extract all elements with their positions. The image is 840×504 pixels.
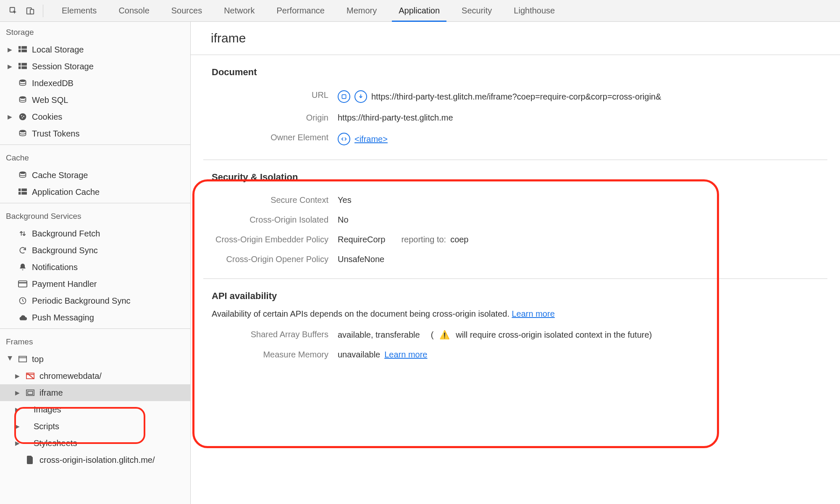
row-origin: Origin https://third-party-test.glitch.m… [203, 108, 827, 128]
chevron-right-icon: ▶ [15, 373, 21, 379]
svg-rect-10 [21, 66, 27, 69]
svg-point-12 [20, 96, 26, 99]
tab-elements[interactable]: Elements [51, 0, 108, 22]
cookie-icon [17, 113, 29, 121]
frame-details-panel: iframe Document URL https://third-party-… [191, 22, 840, 504]
svg-rect-4 [21, 46, 27, 49]
credit-card-icon [17, 280, 29, 288]
svg-rect-33 [342, 94, 346, 98]
sidebar-item-indexeddb[interactable]: IndexedDB [0, 75, 190, 92]
sidebar-item-push-messaging[interactable]: Push Messaging [0, 309, 190, 326]
svg-rect-21 [18, 192, 21, 194]
chevron-right-icon: ▶ [15, 423, 21, 430]
row-owner-element: Owner Element <iframe> [203, 128, 827, 150]
svg-rect-2 [30, 9, 34, 14]
application-sidebar: Storage ▶ Local Storage ▶ Session Storag… [0, 22, 191, 504]
tab-network[interactable]: Network [213, 0, 265, 22]
tab-memory[interactable]: Memory [336, 0, 388, 22]
frames-images[interactable]: ▶ Images [0, 401, 190, 418]
iframe-icon [24, 389, 36, 396]
sidebar-item-periodic-sync[interactable]: Periodic Background Sync [0, 292, 190, 309]
row-url: URL https://third-party-test.glitch.me/i… [203, 85, 827, 108]
frames-scripts[interactable]: ▶ Scripts [0, 418, 190, 435]
grid-icon [17, 46, 29, 53]
svg-rect-23 [18, 281, 27, 287]
reveal-in-network-icon[interactable] [354, 90, 367, 103]
tab-performance[interactable]: Performance [266, 0, 336, 22]
svg-rect-8 [21, 63, 27, 66]
chevron-right-icon: ▶ [15, 406, 21, 413]
database-icon [17, 79, 29, 87]
svg-rect-22 [21, 192, 27, 194]
frame-error-icon [24, 373, 36, 379]
svg-rect-20 [21, 189, 27, 191]
svg-rect-7 [18, 63, 21, 66]
reveal-in-sources-icon[interactable] [338, 90, 350, 103]
section-document: Document [203, 64, 827, 85]
page-title: iframe [191, 22, 840, 55]
row-measure-memory: Measure Memory unavailable Learn more [203, 345, 827, 365]
frames-stylesheets[interactable]: ▶ Stylesheets [0, 435, 190, 452]
learn-more-link[interactable]: Learn more [384, 350, 427, 360]
chevron-right-icon: ▶ [8, 46, 13, 53]
divider [0, 203, 190, 203]
sidebar-item-session-storage[interactable]: ▶ Session Storage [0, 58, 190, 75]
sidebar-item-cookies[interactable]: ▶ Cookies [0, 108, 190, 125]
up-down-icon [17, 229, 29, 238]
svg-point-15 [23, 116, 24, 117]
svg-point-11 [20, 79, 26, 82]
sidebar-section-bg-services: Background Services [0, 206, 190, 225]
chevron-right-icon: ▶ [8, 113, 13, 120]
svg-rect-5 [18, 50, 21, 52]
sidebar-item-notifications[interactable]: Notifications [0, 259, 190, 276]
grid-icon [17, 63, 29, 70]
sidebar-section-storage: Storage [0, 22, 190, 41]
frames-top[interactable]: ▶ top [0, 351, 190, 368]
database-icon [17, 96, 29, 104]
sidebar-item-application-cache[interactable]: Application Cache [0, 184, 190, 200]
divider [0, 328, 190, 329]
sidebar-item-payment-handler[interactable]: Payment Handler [0, 276, 190, 292]
frames-document[interactable]: cross-origin-isolation.glitch.me/ [0, 452, 190, 468]
sidebar-item-websql[interactable]: Web SQL [0, 92, 190, 108]
svg-rect-3 [18, 46, 21, 49]
url-value: https://third-party-test.glitch.me/ifram… [371, 92, 661, 102]
row-coep: Cross-Origin Embedder Policy RequireCorp… [203, 230, 827, 249]
svg-point-14 [21, 115, 22, 116]
row-shared-array-buffers: Shared Array Buffers available, transfer… [203, 325, 827, 345]
devtools-tabbar: Elements Console Sources Network Perform… [0, 0, 840, 22]
sidebar-item-background-fetch[interactable]: Background Fetch [0, 225, 190, 242]
sidebar-item-trust-tokens[interactable]: Trust Tokens [0, 125, 190, 142]
frames-chromewebdata[interactable]: ▶ chromewebdata/ [0, 368, 190, 384]
bell-icon [17, 263, 29, 271]
row-coop: Cross-Origin Opener Policy UnsafeNone [203, 249, 827, 269]
section-security: Security & Isolation [203, 169, 827, 190]
tab-application[interactable]: Application [388, 0, 451, 22]
sidebar-item-local-storage[interactable]: ▶ Local Storage [0, 41, 190, 58]
cloud-icon [17, 314, 29, 321]
sidebar-section-cache: Cache [0, 147, 190, 167]
learn-more-link[interactable]: Learn more [512, 309, 555, 318]
divider [203, 160, 827, 160]
code-icon[interactable] [338, 133, 350, 145]
inspect-icon[interactable] [8, 5, 19, 17]
sidebar-item-cache-storage[interactable]: Cache Storage [0, 167, 190, 184]
sidebar-section-frames: Frames [0, 331, 190, 351]
warning-icon: ⚠️ [439, 330, 450, 340]
owner-element-link[interactable]: <iframe> [354, 134, 388, 144]
svg-rect-6 [21, 50, 27, 52]
tab-lighthouse[interactable]: Lighthouse [503, 0, 566, 22]
tab-sources[interactable]: Sources [160, 0, 213, 22]
frames-iframe[interactable]: ▶ iframe [0, 384, 190, 401]
tab-security[interactable]: Security [451, 0, 503, 22]
origin-value: https://third-party-test.glitch.me [338, 113, 453, 123]
chevron-right-icon: ▶ [15, 440, 21, 446]
tab-console[interactable]: Console [108, 0, 160, 22]
grid-icon [17, 188, 29, 196]
svg-rect-9 [18, 66, 21, 69]
svg-rect-26 [19, 356, 26, 362]
svg-point-16 [22, 117, 23, 118]
svg-rect-19 [18, 189, 21, 191]
device-toggle-icon[interactable] [24, 5, 36, 17]
sidebar-item-background-sync[interactable]: Background Sync [0, 242, 190, 259]
